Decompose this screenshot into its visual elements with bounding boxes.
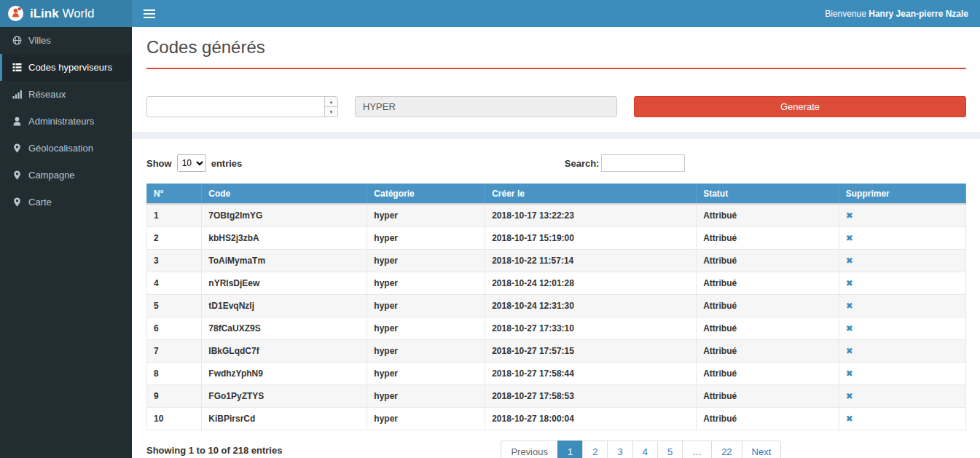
pagination-page-3[interactable]: 3 <box>607 441 632 458</box>
cell-created: 2018-10-24 12:31:30 <box>485 295 697 317</box>
pagination-page-5[interactable]: 5 <box>657 441 683 458</box>
cell-created: 2018-10-27 17:58:44 <box>485 363 697 385</box>
cell-num: 9 <box>147 385 202 408</box>
sidebar-toggle-icon[interactable] <box>144 9 157 18</box>
col-header-delete[interactable]: Supprimer <box>839 184 965 205</box>
cell-category: hyper <box>367 408 485 430</box>
entries-label: entries <box>211 158 243 169</box>
table-row: 1 7OBtg2lmYG hyper 2018-10-17 13:22:23 A… <box>147 204 966 227</box>
sidebar-item-villes[interactable]: Villes <box>0 27 132 54</box>
cell-created: 2018-10-17 13:22:23 <box>485 204 697 227</box>
table-footer: Showing 1 to 10 of 218 entries Previous … <box>146 441 966 458</box>
pagination: Previous 1 2 3 4 5 … 22 Next <box>501 441 781 458</box>
title-divider <box>146 68 966 69</box>
user-menu[interactable]: Bienvenue Hanry Jean-pierre Nzale <box>825 9 971 19</box>
sidebar-item-label: Réseaux <box>28 89 66 100</box>
cell-category: hyper <box>367 340 485 363</box>
page-length-select[interactable]: 10 <box>177 154 206 172</box>
navbar: Bienvenue Hanry Jean-pierre Nzale <box>132 0 980 27</box>
map-marker-icon <box>12 143 22 153</box>
cell-num: 4 <box>147 272 202 295</box>
delete-icon[interactable]: ✖ <box>846 233 853 243</box>
quantity-stepper: ▲ ▼ <box>324 97 337 117</box>
cell-code: KiBPirsrCd <box>202 408 367 430</box>
quantity-field-wrap: ▲ ▼ <box>146 96 338 117</box>
delete-icon[interactable]: ✖ <box>846 414 853 424</box>
col-header-category[interactable]: Catégorie <box>367 184 485 205</box>
delete-icon[interactable]: ✖ <box>846 256 853 266</box>
sidebar-item-label: Géolocalisation <box>28 143 93 154</box>
cell-code: kbHS2j3zbA <box>202 227 367 250</box>
pagination-next[interactable]: Next <box>742 441 782 458</box>
col-header-num[interactable]: N° <box>147 184 202 205</box>
sidebar-item-label: Campagne <box>28 170 75 181</box>
sidebar-item-campagne[interactable]: Campagne <box>0 162 132 189</box>
cell-status: Attribué <box>697 204 839 227</box>
show-label: Show <box>146 158 172 169</box>
cell-num: 6 <box>147 317 202 340</box>
map-marker-icon <box>12 197 22 207</box>
delete-icon[interactable]: ✖ <box>846 391 853 401</box>
search-input[interactable] <box>601 154 685 172</box>
codes-table: N° Code Catégorie Créer le Statut Suppri… <box>146 183 966 430</box>
pagination-page-2[interactable]: 2 <box>582 441 608 458</box>
generate-button[interactable]: Generate <box>634 96 966 117</box>
sidebar-item-codes-hyperviseurs[interactable]: Codes hyperviseurs <box>0 54 132 81</box>
cell-status: Attribué <box>697 340 839 363</box>
cell-category: hyper <box>367 317 485 340</box>
cell-code: IBkGLqdC7f <box>202 340 367 363</box>
col-header-status[interactable]: Statut <box>697 184 839 205</box>
pagination-previous[interactable]: Previous <box>501 441 558 458</box>
cell-created: 2018-10-27 17:33:10 <box>485 317 697 340</box>
cell-num: 1 <box>147 204 202 227</box>
delete-icon[interactable]: ✖ <box>846 301 853 311</box>
quantity-input[interactable] <box>146 96 338 117</box>
sidebar-item-label: Administrateurs <box>28 116 94 127</box>
pagination-page-1[interactable]: 1 <box>557 441 583 458</box>
cell-created: 2018-10-24 12:01:28 <box>485 272 697 295</box>
cell-code: FGo1PyZTYS <box>202 385 367 408</box>
table-panel: Show 10 entries Search: N° Code Catégori… <box>132 139 980 458</box>
cell-created: 2018-10-22 11:57:14 <box>485 250 697 272</box>
top-bar: iLink World Bienvenue Hanry Jean-pierre … <box>0 0 980 27</box>
sidebar-item-label: Codes hyperviseurs <box>28 62 112 73</box>
stepper-down-icon[interactable]: ▼ <box>325 106 337 117</box>
pagination-ellipsis: … <box>682 441 712 458</box>
map-marker-icon <box>12 170 22 180</box>
generator-panel: Codes générés ▲ ▼ Generate <box>132 27 980 132</box>
table-row: 6 78fCaUXZ9S hyper 2018-10-27 17:33:10 A… <box>147 317 966 340</box>
cell-num: 8 <box>147 363 202 385</box>
cell-code: nYRlsDjEew <box>202 272 367 295</box>
cell-code: FwdhzYphN9 <box>202 363 367 385</box>
col-header-code[interactable]: Code <box>202 184 367 205</box>
delete-icon[interactable]: ✖ <box>846 210 853 221</box>
pagination-page-22[interactable]: 22 <box>711 441 742 458</box>
delete-icon[interactable]: ✖ <box>846 346 853 356</box>
cell-created: 2018-10-27 17:58:53 <box>485 385 697 408</box>
sidebar-item-administrateurs[interactable]: Administrateurs <box>0 108 132 135</box>
cell-code: 78fCaUXZ9S <box>202 317 367 340</box>
cell-status: Attribué <box>697 295 839 317</box>
pagination-page-4[interactable]: 4 <box>632 441 658 458</box>
table-row: 10 KiBPirsrCd hyper 2018-10-27 18:00:04 … <box>147 408 966 430</box>
delete-icon[interactable]: ✖ <box>846 323 853 333</box>
col-header-created[interactable]: Créer le <box>485 184 697 205</box>
list-icon <box>12 63 22 72</box>
search-label: Search: <box>565 158 600 169</box>
generate-form: ▲ ▼ Generate <box>146 96 966 117</box>
cell-created: 2018-10-27 18:00:04 <box>485 408 697 430</box>
sidebar-item-reseaux[interactable]: Réseaux <box>0 81 132 108</box>
delete-icon[interactable]: ✖ <box>846 278 853 288</box>
table-controls: Show 10 entries Search: <box>146 154 966 173</box>
delete-icon[interactable]: ✖ <box>846 368 853 379</box>
cell-status: Attribué <box>697 272 839 295</box>
table-row: 9 FGo1PyZTYS hyper 2018-10-27 17:58:53 A… <box>147 385 966 408</box>
cell-num: 5 <box>147 295 202 317</box>
brand-logo[interactable]: iLink World <box>0 0 132 27</box>
signal-icon <box>12 90 22 99</box>
stepper-up-icon[interactable]: ▲ <box>325 97 337 106</box>
cell-category: hyper <box>367 250 485 272</box>
sidebar-item-carte[interactable]: Carte <box>0 189 132 216</box>
table-row: 8 FwdhzYphN9 hyper 2018-10-27 17:58:44 A… <box>147 363 966 385</box>
sidebar-item-geolocalisation[interactable]: Géolocalisation <box>0 135 132 162</box>
